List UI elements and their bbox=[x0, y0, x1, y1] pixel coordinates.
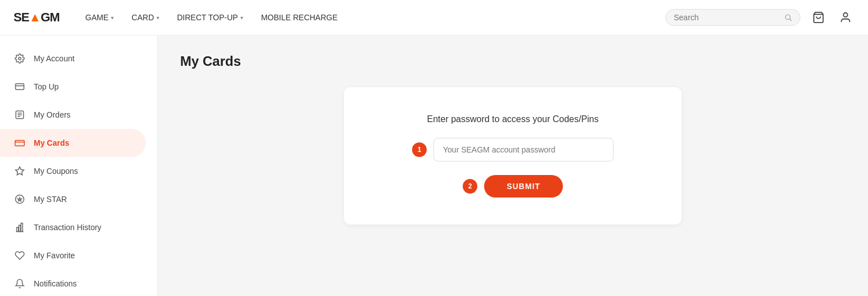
sidebar-item-cards[interactable]: My Cards bbox=[0, 129, 146, 157]
sidebar-label-star: My STAR bbox=[34, 195, 67, 204]
search-icon bbox=[784, 13, 792, 22]
topup-icon bbox=[14, 80, 26, 93]
page-title: My Cards bbox=[180, 53, 845, 69]
sidebar-label-notifications: Notifications bbox=[34, 279, 77, 288]
sidebar-item-coupons[interactable]: My Coupons bbox=[0, 157, 146, 185]
sidebar-item-orders[interactable]: My Orders bbox=[0, 101, 146, 129]
svg-rect-16 bbox=[17, 227, 19, 232]
sidebar-label-favorite: My Favorite bbox=[34, 251, 75, 260]
bell-icon bbox=[14, 277, 26, 290]
coupons-icon bbox=[14, 165, 26, 177]
sidebar: My Account Top Up My Orders bbox=[0, 35, 158, 296]
cart-icon[interactable] bbox=[809, 8, 827, 26]
password-row: 1 bbox=[366, 138, 659, 162]
layout: My Account Top Up My Orders bbox=[0, 35, 868, 296]
submit-button[interactable]: SUBMIT bbox=[484, 175, 563, 198]
gear-icon bbox=[14, 52, 26, 65]
sidebar-item-topup[interactable]: Top Up bbox=[0, 73, 146, 101]
main-content: My Cards Enter password to access your C… bbox=[158, 35, 868, 296]
sidebar-item-history[interactable]: Transaction History bbox=[0, 213, 146, 241]
search-box[interactable] bbox=[665, 9, 800, 26]
svg-point-3 bbox=[843, 13, 847, 17]
header-right bbox=[665, 8, 854, 26]
nav-mobile-recharge[interactable]: MOBILE RECHARGE bbox=[253, 8, 346, 26]
step-2-badge: 2 bbox=[463, 179, 477, 194]
password-input[interactable] bbox=[433, 138, 614, 162]
sidebar-label-coupons: My Coupons bbox=[34, 167, 78, 176]
step-1-badge: 1 bbox=[412, 142, 427, 157]
svg-point-0 bbox=[785, 15, 790, 19]
panel-title: Enter password to access your Codes/Pins bbox=[427, 114, 598, 124]
favorite-icon bbox=[14, 249, 26, 262]
svg-point-4 bbox=[19, 57, 21, 60]
nav-direct-topup[interactable]: DIRECT TOP-UP ▾ bbox=[169, 8, 251, 26]
cards-icon bbox=[14, 137, 26, 149]
history-icon bbox=[14, 221, 26, 234]
svg-line-1 bbox=[790, 19, 791, 21]
sidebar-item-notifications[interactable]: Notifications bbox=[0, 270, 146, 296]
main-nav: GAME ▾ CARD ▾ DIRECT TOP-UP ▾ MOBILE REC… bbox=[78, 8, 665, 26]
header: SE▲GM GAME ▾ CARD ▾ DIRECT TOP-UP ▾ MOBI… bbox=[0, 0, 868, 35]
sidebar-label-history: Transaction History bbox=[34, 223, 101, 232]
sidebar-label-topup: Top Up bbox=[34, 82, 59, 91]
sidebar-item-star[interactable]: My STAR bbox=[0, 185, 146, 213]
nav-game[interactable]: GAME ▾ bbox=[78, 8, 122, 26]
nav-card[interactable]: CARD ▾ bbox=[124, 8, 167, 26]
svg-rect-5 bbox=[16, 84, 24, 90]
svg-marker-14 bbox=[18, 198, 22, 201]
star-icon bbox=[14, 193, 26, 205]
sidebar-label-cards: My Cards bbox=[34, 138, 69, 147]
svg-marker-12 bbox=[16, 167, 24, 175]
logo-text: SE▲GM bbox=[14, 10, 60, 25]
submit-row: 2 SUBMIT bbox=[463, 175, 563, 198]
svg-rect-17 bbox=[19, 225, 21, 231]
sidebar-item-favorite[interactable]: My Favorite bbox=[0, 241, 146, 270]
chevron-down-icon: ▾ bbox=[111, 15, 114, 21]
chevron-down-icon: ▾ bbox=[156, 15, 159, 21]
sidebar-label-orders: My Orders bbox=[34, 110, 70, 119]
sidebar-label-account: My Account bbox=[34, 54, 74, 63]
card-panel: Enter password to access your Codes/Pins… bbox=[344, 87, 682, 225]
logo[interactable]: SE▲GM bbox=[14, 10, 60, 25]
svg-rect-11 bbox=[15, 141, 25, 146]
orders-icon bbox=[14, 109, 26, 121]
chevron-down-icon: ▾ bbox=[240, 15, 243, 21]
user-icon[interactable] bbox=[836, 8, 854, 26]
search-input[interactable] bbox=[674, 13, 780, 22]
sidebar-item-account[interactable]: My Account bbox=[0, 44, 146, 73]
svg-rect-18 bbox=[21, 223, 23, 232]
